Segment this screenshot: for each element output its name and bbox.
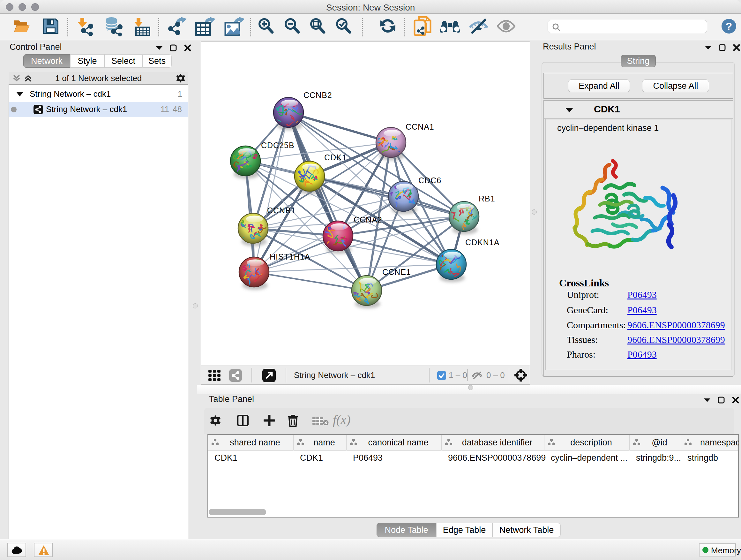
svg-text:CCNE1: CCNE1 xyxy=(382,267,411,276)
svg-text:HIST1H1A: HIST1H1A xyxy=(270,252,310,261)
svg-text:CCNB2: CCNB2 xyxy=(304,91,332,100)
svg-text:CCNA1: CCNA1 xyxy=(406,122,434,131)
svg-text:CDC6: CDC6 xyxy=(418,176,441,185)
svg-text:CDC25B: CDC25B xyxy=(261,141,294,150)
svg-text:CDK1: CDK1 xyxy=(324,153,347,162)
svg-text:RB1: RB1 xyxy=(479,194,495,203)
svg-text:CDKN1A: CDKN1A xyxy=(465,238,499,247)
svg-text:CCNA2: CCNA2 xyxy=(354,215,382,224)
svg-text:?: ? xyxy=(726,20,732,32)
svg-text:CCNB1: CCNB1 xyxy=(267,206,296,215)
